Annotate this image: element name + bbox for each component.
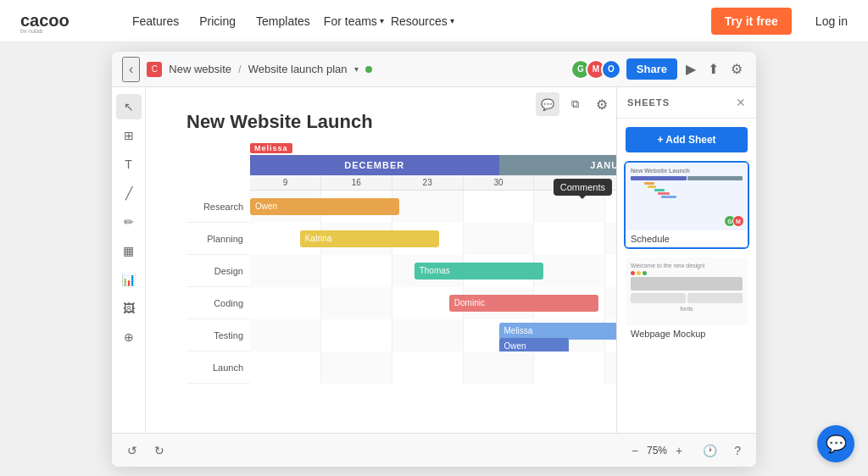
navbar: cacoo by nulab Features Pricing Template… (0, 0, 868, 42)
bar-coding[interactable]: Dominic (449, 295, 598, 312)
chat-icon[interactable]: 💬 (817, 425, 854, 462)
month-december: DECEMBER Melissa (250, 155, 499, 175)
row-label-research: Research (186, 202, 250, 212)
line-tool[interactable]: ╱ (116, 180, 142, 206)
chevron-down-icon: ▾ (450, 16, 454, 25)
bottom-toolbar: ↺ ↻ − 75% + 🕐 ? (112, 433, 756, 467)
main-area: ‹ C New website / Website launch plan ▾ … (0, 42, 868, 476)
file-icon: C (147, 62, 162, 77)
row-label-launch: Launch (186, 363, 250, 373)
topbar-right: G M O Share ▶ ⬆ ⚙ (570, 58, 746, 80)
help-button[interactable]: ? (729, 440, 746, 461)
nav-for-teams[interactable]: For teams ▾ (324, 14, 384, 28)
table-tool[interactable]: ▦ (116, 238, 142, 263)
canvas-body: ↖ ⊞ T ╱ ✏ ▦ 📊 🖼 ⊕ 💬 ⧉ ⚙ Comments (112, 87, 756, 467)
comments-tooltip: Comments (554, 179, 612, 196)
select-tool[interactable]: ↖ (116, 94, 142, 119)
sheets-panel: SHEETS ✕ + Add Sheet New Website Launch (616, 87, 756, 467)
sheets-title: SHEETS (627, 97, 670, 108)
try-free-button[interactable]: Try it free (711, 8, 792, 35)
chevron-down-icon: ▾ (380, 16, 384, 25)
row-label-testing: Testing (186, 330, 250, 340)
nav-templates[interactable]: Templates (249, 11, 317, 31)
layers-button[interactable]: ⧉ (563, 92, 587, 116)
edit-indicator (365, 66, 372, 73)
toolbar-icons: 💬 ⧉ ⚙ (536, 92, 614, 116)
add-sheet-button[interactable]: + Add Sheet (626, 127, 748, 152)
date-16: 16 (321, 175, 392, 190)
canvas-window: ‹ C New website / Website launch plan ▾ … (112, 52, 756, 467)
nav-links: Features Pricing Templates For teams ▾ R… (125, 11, 687, 31)
present-button[interactable]: ▶ (682, 58, 699, 80)
avatar-group: G M O (570, 59, 621, 80)
bar-research[interactable]: Owen (250, 198, 399, 215)
sheet-preview-avatars: G M (724, 215, 744, 227)
breadcrumb-filename: New website (169, 63, 231, 75)
text-tool[interactable]: T (116, 152, 142, 177)
export-button[interactable]: ⬆ (704, 58, 722, 80)
back-button[interactable]: ‹ (122, 57, 140, 82)
sheets-close-button[interactable]: ✕ (736, 96, 746, 109)
breadcrumb-separator: / (238, 63, 242, 75)
redo-button[interactable]: ↻ (149, 440, 170, 461)
chart-tool[interactable]: 📊 (116, 267, 142, 292)
add-tool[interactable]: ⊕ (116, 324, 142, 350)
avatar: O (601, 59, 621, 80)
sheet-item-schedule[interactable]: New Website Launch (624, 161, 749, 249)
zoom-level: 75% (647, 445, 667, 457)
melissa-bar-label: Melissa (250, 143, 292, 153)
breadcrumb-page: Website launch plan (248, 63, 348, 75)
login-link[interactable]: Log in (815, 14, 848, 28)
svg-text:cacoo: cacoo (20, 11, 70, 30)
nav-resources[interactable]: Resources ▾ (391, 14, 454, 28)
bar-design[interactable]: Thomas (415, 263, 544, 280)
date-30: 30 (464, 175, 535, 190)
grid-tool[interactable]: ⊞ (116, 123, 142, 148)
sheet-name-schedule: Schedule (626, 230, 748, 247)
sheet-item-webpage[interactable]: Welcome to the new design! (624, 256, 749, 344)
row-label-planning: Planning (186, 234, 250, 244)
nav-features[interactable]: Features (125, 11, 186, 31)
row-label-coding: Coding (186, 298, 250, 308)
date-23: 23 (392, 175, 464, 190)
nav-pricing[interactable]: Pricing (192, 11, 242, 31)
pen-tool[interactable]: ✏ (116, 209, 142, 235)
sheet-name-webpage: Webpage Mockup (626, 325, 748, 342)
diagram-title: New Website Launch (186, 111, 373, 133)
sheet-preview-schedule: New Website Launch (626, 163, 748, 230)
comments-button[interactable]: 💬 (536, 92, 559, 116)
sheet-preview-webpage: Welcome to the new design! (626, 257, 748, 325)
diagram-settings[interactable]: ⚙ (590, 92, 614, 116)
svg-text:by nulab: by nulab (20, 28, 43, 33)
chevron-down-icon[interactable]: ▾ (354, 64, 359, 74)
canvas-topbar: ‹ C New website / Website launch plan ▾ … (112, 52, 756, 87)
image-tool[interactable]: 🖼 (116, 296, 142, 321)
zoom-out-button[interactable]: − (626, 440, 643, 461)
settings-button[interactable]: ⚙ (727, 58, 746, 80)
history-button[interactable]: 🕐 (698, 440, 722, 461)
left-toolbar: ↖ ⊞ T ╱ ✏ ▦ 📊 🖼 ⊕ (112, 87, 146, 467)
row-label-design: Design (186, 266, 250, 276)
date-9: 9 (250, 175, 321, 190)
sheets-header: SHEETS ✕ (617, 87, 756, 119)
zoom-controls: − 75% + (626, 440, 687, 461)
zoom-in-button[interactable]: + (670, 440, 687, 461)
sheet-items-list: New Website Launch (617, 161, 756, 467)
logo[interactable]: cacoo by nulab (20, 9, 88, 33)
undo-button[interactable]: ↺ (122, 440, 142, 461)
share-button[interactable]: Share (626, 58, 677, 80)
bar-planning[interactable]: Katrina (300, 230, 439, 247)
